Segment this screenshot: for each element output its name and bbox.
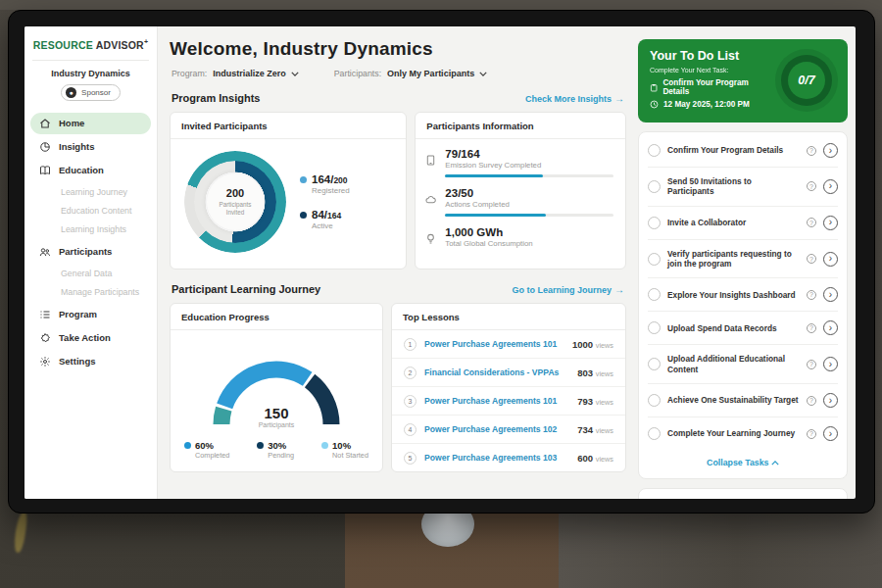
task-chevron-right-icon[interactable]: › <box>823 320 838 335</box>
task-label: Complete Your Learning Journey <box>667 428 800 438</box>
stat-label: Total Global Consumption <box>445 239 613 248</box>
participants-filter: Participants: Only My Participants <box>334 69 487 78</box>
top-lessons-list: 1Power Purchase Agreements 1011000 views… <box>392 330 625 471</box>
stat-progress-track <box>445 174 613 177</box>
task-chevron-right-icon[interactable]: › <box>823 426 838 441</box>
sidebar-item-education-content[interactable]: Education Content <box>30 202 151 220</box>
todo-progress-ring: 0/7 <box>775 49 838 112</box>
lesson-title-link[interactable]: Financial Considerations - VPPAs <box>424 368 569 377</box>
task-chevron-right-icon[interactable]: › <box>823 393 838 408</box>
stat-progress-fill <box>445 174 543 177</box>
sidebar-item-settings[interactable]: Settings <box>30 351 151 372</box>
settings-icon <box>39 356 51 368</box>
gauge-legend: 60%Completed30%Pending10%Not Started <box>171 430 382 471</box>
task-label: Send 50 Invitations to Participants <box>667 176 800 197</box>
todo-tasks-card: Confirm Your Program Details?›Send 50 In… <box>638 131 848 479</box>
sidebar-item-participants[interactable]: Participants <box>30 241 151 263</box>
bulb-icon <box>425 230 437 253</box>
lesson-title-link[interactable]: Power Purchase Agreements 102 <box>424 424 569 434</box>
sidebar-item-manage-participants[interactable]: Manage Participants <box>30 283 151 302</box>
gauge-legend-not-started: 10%Not Started <box>321 440 368 460</box>
todo-task-upload-additional-educational-content: Upload Additional Educational Content?› <box>648 344 838 383</box>
sidebar-item-learning-journey[interactable]: Learning Journey <box>30 183 151 202</box>
stat-value: 1,000 GWh <box>445 226 613 238</box>
program-insights-title: Program Insights <box>172 92 260 104</box>
sidebar-item-label: Education Content <box>61 206 131 216</box>
gauge-center: 150 Participants <box>198 405 355 428</box>
help-icon[interactable]: ? <box>807 181 816 191</box>
lesson-views: 1000 views <box>572 339 613 350</box>
go-to-learning-journey-link[interactable]: Go to Learning Journey→ <box>512 284 624 295</box>
recent-news-card: Recent News <box>638 488 848 499</box>
invited-participants-body: 200 Participants Invited 164/200Register… <box>171 139 406 265</box>
task-label: Achieve One Sustainability Target <box>667 395 800 405</box>
sidebar-item-learning-insights[interactable]: Learning Insights <box>30 220 151 239</box>
sidebar-item-education[interactable]: Education <box>30 160 151 181</box>
help-icon[interactable]: ? <box>807 323 816 333</box>
divider <box>32 60 149 61</box>
sidebar-item-insights[interactable]: Insights <box>30 136 151 158</box>
task-chevron-right-icon[interactable]: › <box>823 357 838 371</box>
insights-icon <box>39 141 51 153</box>
task-chevron-right-icon[interactable]: › <box>823 143 838 158</box>
sidebar-item-take-action[interactable]: Take Action <box>30 327 151 349</box>
check-more-insights-link[interactable]: Check More Insights→ <box>525 93 624 104</box>
top-lessons-title: Top Lessons <box>392 304 625 330</box>
legend-dot <box>321 442 328 449</box>
task-checkbox[interactable] <box>648 427 661 440</box>
sidebar-item-program[interactable]: Program <box>30 304 151 325</box>
lesson-rank-badge: 2 <box>404 367 416 379</box>
help-icon[interactable]: ? <box>807 360 816 369</box>
lesson-row: 2Financial Considerations - VPPAs803 vie… <box>392 358 625 386</box>
stat-progress-fill <box>445 214 546 217</box>
participants-filter-dropdown[interactable]: Only My Participants <box>387 69 487 78</box>
help-icon[interactable]: ? <box>807 146 816 156</box>
gauge-legend-pending: 30%Pending <box>257 440 294 460</box>
todo-hero-text: Your To Do List Complete Your Next Task:… <box>650 49 769 113</box>
task-checkbox[interactable] <box>648 253 661 266</box>
help-icon[interactable]: ? <box>807 396 816 406</box>
desk-background: RESOURCE ADVISOR+ Industry Dynamics ● Sp… <box>0 0 882 588</box>
todo-next-task[interactable]: Confirm Your Program Details <box>650 78 769 96</box>
lesson-title-link[interactable]: Power Purchase Agreements 101 <box>424 339 564 349</box>
sidebar: RESOURCE ADVISOR+ Industry Dynamics ● Sp… <box>24 26 158 499</box>
lesson-title-link[interactable]: Power Purchase Agreements 101 <box>424 396 569 406</box>
sidebar-item-general-data[interactable]: General Data <box>30 265 151 283</box>
task-checkbox[interactable] <box>648 321 661 334</box>
legend-value: 60% <box>195 440 214 451</box>
help-icon[interactable]: ? <box>807 429 816 439</box>
help-icon[interactable]: ? <box>807 254 816 264</box>
task-checkbox[interactable] <box>648 180 661 193</box>
participants-information-title: Participants Information <box>416 113 625 139</box>
task-checkbox[interactable] <box>648 394 661 407</box>
task-checkbox[interactable] <box>648 144 661 157</box>
task-chevron-right-icon[interactable]: › <box>823 287 838 302</box>
sidebar-item-label: Learning Journey <box>61 187 127 197</box>
task-chevron-right-icon[interactable]: › <box>823 179 838 194</box>
task-chevron-right-icon[interactable]: › <box>823 216 838 230</box>
invited-participants-title: Invited Participants <box>171 113 406 139</box>
task-label: Verify participants requesting to join t… <box>667 249 800 270</box>
sponsor-badge[interactable]: ● Sponsor <box>61 84 121 101</box>
help-icon[interactable]: ? <box>807 218 816 227</box>
program-filter-dropdown[interactable]: Industrialize Zero <box>213 69 299 78</box>
sidebar-item-home[interactable]: Home <box>30 113 151 134</box>
task-chevron-right-icon[interactable]: › <box>823 252 838 267</box>
task-checkbox[interactable] <box>648 358 661 370</box>
task-label: Upload Spend Data Records <box>667 323 800 333</box>
help-icon[interactable]: ? <box>807 290 816 300</box>
arrow-right-icon: → <box>614 284 624 295</box>
stat-actions-completed: 23/50Actions Completed <box>425 187 613 217</box>
todo-progress-value: 0/7 <box>788 62 825 99</box>
lesson-views: 793 views <box>577 396 613 407</box>
task-label: Invite a Collaborator <box>667 218 800 227</box>
todo-task-complete-your-learning-journey: Complete Your Learning Journey?› <box>648 416 838 450</box>
collapse-tasks-link[interactable]: Collapse Tasks <box>648 450 838 476</box>
participants-filter-label: Participants: <box>334 69 381 78</box>
clipboard-icon <box>650 83 658 92</box>
todo-title: Your To Do List <box>650 49 769 63</box>
lesson-views: 734 views <box>577 424 613 435</box>
lesson-title-link[interactable]: Power Purchase Agreements 103 <box>424 453 569 463</box>
task-checkbox[interactable] <box>648 217 661 229</box>
task-checkbox[interactable] <box>648 288 661 301</box>
